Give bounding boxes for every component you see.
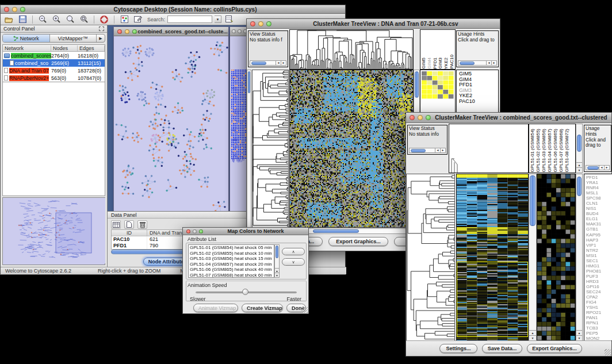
- tv2-heatmap[interactable]: [456, 174, 529, 341]
- gene-list-item[interactable]: RPO21: [586, 310, 612, 315]
- gene-list-item[interactable]: FIG4: [586, 300, 612, 305]
- tv1-hints-scrollbar[interactable]: ◄►: [458, 60, 497, 66]
- gene-list-item[interactable]: PFD1: [586, 175, 612, 180]
- tv2-hints-scrollbar[interactable]: ◄►: [586, 165, 610, 170]
- search-dropdown-icon[interactable]: ▼: [215, 16, 221, 23]
- tv1-left-scrollbar[interactable]: [247, 70, 251, 228]
- gene-list-item[interactable]: MAK31: [586, 221, 612, 227]
- help-icon[interactable]: [98, 14, 110, 24]
- tv2-column-dendrogram[interactable]: [449, 124, 529, 173]
- gene-list-item[interactable]: CPA2: [586, 294, 612, 300]
- zoom-in-icon[interactable]: [51, 14, 62, 24]
- gene-list-item[interactable]: SEC1: [586, 258, 612, 263]
- gene-list-item[interactable]: GTB1: [586, 227, 612, 232]
- gene-list-item[interactable]: YRA1: [586, 180, 612, 185]
- tab-overflow-icon[interactable]: ▶: [97, 35, 105, 42]
- tv1-export-graphics-button[interactable]: Export Graphics...: [328, 237, 388, 246]
- gene-list-item[interactable]: KAP95: [586, 232, 612, 237]
- treeview1-titlebar[interactable]: ClusterMaker TreeView : DNA and Tran 07-…: [247, 19, 500, 29]
- tv1-status-scrollbar[interactable]: ◄►: [250, 60, 286, 66]
- tv2-genelist-vscrollbar[interactable]: ▲▼: [576, 174, 583, 341]
- network-view-window[interactable]: combined_scores_good.txt--cluste...: [113, 26, 229, 214]
- close-button[interactable]: [232, 29, 236, 33]
- resize-grip[interactable]: [605, 349, 611, 355]
- gene-list-item[interactable]: VIP1: [586, 243, 612, 248]
- attribute-list-item[interactable]: GPL51-01 (GSM854) heat shock 05 min: [189, 245, 274, 251]
- attribute-list-item[interactable]: GPL51-06 (GSM865) heat shock 40 min: [189, 267, 274, 273]
- tv1-heatmap[interactable]: [289, 70, 414, 228]
- network-tree-row[interactable]: DNA and Tran 07 769(0) 183728(0): [3, 67, 105, 74]
- close-button[interactable]: [250, 21, 255, 26]
- slider-handle[interactable]: [242, 289, 248, 295]
- tv1-column-dendrogram[interactable]: [289, 29, 414, 70]
- save-session-button[interactable]: [17, 14, 28, 24]
- zoom-button[interactable]: [20, 7, 25, 12]
- gene-list-item[interactable]: HAP3: [586, 237, 612, 243]
- attribute-select-icon[interactable]: [111, 220, 121, 229]
- gene-list-item[interactable]: PUF3: [586, 274, 612, 279]
- resize-grip[interactable]: [301, 306, 308, 313]
- network-tree-row[interactable]: combined_sco 2569(6) 13112(15): [3, 59, 105, 67]
- close-button[interactable]: [186, 229, 190, 233]
- open-session-button[interactable]: [3, 14, 14, 24]
- gene-list-item[interactable]: NIS1: [586, 206, 612, 211]
- gene-list-item[interactable]: RNR4: [586, 185, 612, 190]
- gene-list-item[interactable]: MSL1: [586, 190, 612, 196]
- gene-list-item[interactable]: HRD3: [586, 279, 612, 284]
- gene-row-label[interactable]: PAC10: [459, 99, 498, 105]
- gene-list-item[interactable]: PEP5: [586, 331, 612, 336]
- treeview2-titlebar[interactable]: ClusterMaker TreeView : combined_scores_…: [406, 113, 611, 123]
- tv2-settings-button[interactable]: Settings...: [439, 344, 477, 353]
- dialog-titlebar[interactable]: Map Colors to Network: [183, 228, 308, 235]
- tv1-summary-matrix[interactable]: [422, 71, 454, 99]
- gene-list-item[interactable]: PHO81: [586, 269, 612, 274]
- gene-list-item[interactable]: RPN1: [586, 320, 612, 325]
- gene-list-item[interactable]: BUD4: [586, 211, 612, 216]
- annotation-icon[interactable]: [132, 14, 144, 24]
- network-canvas[interactable]: [114, 36, 228, 213]
- tab-network[interactable]: Network: [3, 35, 50, 42]
- zoom-button[interactable]: [132, 29, 137, 34]
- minimize-button[interactable]: [258, 21, 263, 26]
- search-input[interactable]: [167, 16, 212, 23]
- gene-list-item[interactable]: ELG1: [586, 216, 612, 221]
- zoom-out-icon[interactable]: [37, 14, 48, 24]
- zoom-button[interactable]: [199, 229, 203, 233]
- attribute-list-item[interactable]: GPL51-04 (GSM857) heat shock 20 min: [189, 262, 274, 267]
- gene-list-item[interactable]: GPI16: [586, 284, 612, 289]
- tv2-zoom-heatmap[interactable]: [537, 174, 576, 341]
- new-attribute-icon[interactable]: [124, 220, 134, 229]
- gene-list-item[interactable]: TCB3: [586, 325, 612, 331]
- delete-attribute-icon[interactable]: [137, 220, 147, 229]
- tab-vizmapper[interactable]: VizMapper™: [50, 35, 97, 42]
- minimize-button[interactable]: [418, 115, 423, 120]
- gene-list-item[interactable]: CLN1: [586, 201, 612, 206]
- tv2-export-graphics-button[interactable]: Export Graphics...: [527, 344, 582, 353]
- tv2-top-vscrollbar[interactable]: ▲▼: [576, 124, 583, 173]
- gene-list-item[interactable]: YSH1: [586, 305, 612, 310]
- tv1-row-dendrogram[interactable]: [252, 70, 289, 228]
- minimize-button[interactable]: [193, 229, 197, 233]
- zoom-button[interactable]: [266, 21, 271, 26]
- zoom-selected-icon[interactable]: [78, 14, 90, 24]
- gene-list-item[interactable]: NTR2: [586, 248, 612, 253]
- zoom-button[interactable]: [426, 115, 431, 120]
- close-button[interactable]: [4, 7, 9, 12]
- minimize-button[interactable]: [125, 29, 129, 34]
- attribute-browser-icon[interactable]: [224, 14, 235, 24]
- network-tree-row[interactable]: combined_scores 2764(0) 16218(0): [3, 52, 105, 59]
- close-button[interactable]: [410, 115, 415, 120]
- attribute-list-item[interactable]: GPL51-07 (GSM868) heat shock 60 min: [189, 273, 274, 278]
- network-table-header[interactable]: Network Nodes Edges: [3, 45, 105, 52]
- gene-list-item[interactable]: PAN1: [586, 315, 612, 320]
- attribute-list-item[interactable]: GPL51-03 (GSM856) heat shock 15 min: [189, 256, 274, 262]
- gene-list-item[interactable]: SPC98: [586, 196, 612, 201]
- move-down-button[interactable]: ∨: [282, 258, 305, 266]
- tv2-status-scrollbar[interactable]: ◄►: [409, 148, 446, 153]
- move-up-button[interactable]: ∧: [282, 248, 305, 255]
- create-vizmap-button[interactable]: Create Vizmap: [242, 304, 283, 312]
- close-button[interactable]: [117, 29, 122, 34]
- attribute-list-scrollbar[interactable]: ▲▼: [274, 244, 280, 278]
- birdseye-view[interactable]: [2, 197, 105, 265]
- minimize-button[interactable]: [238, 29, 242, 33]
